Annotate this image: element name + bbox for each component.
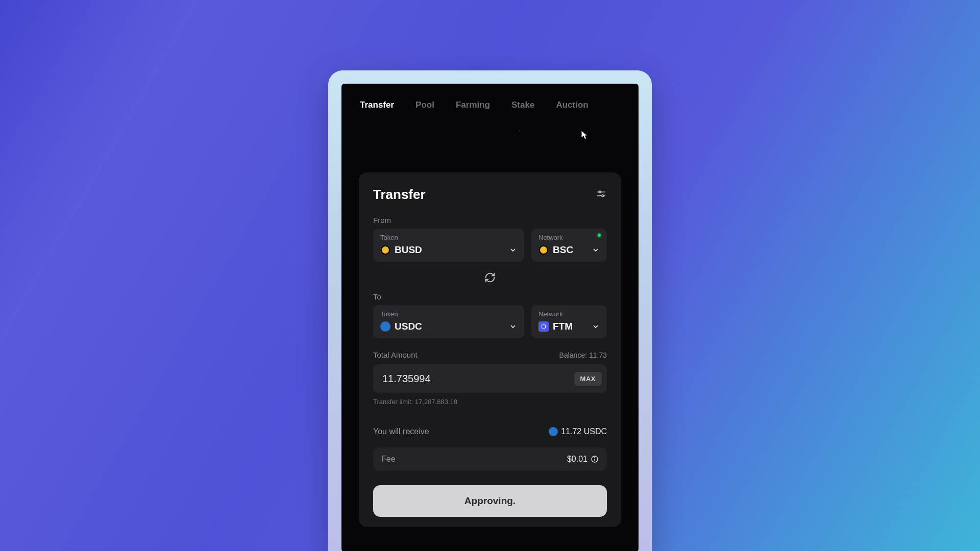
receive-row: You will receive 11.72 USDC [373,427,607,436]
amount-input[interactable] [382,373,574,385]
from-row: Token BUSD Network BSC [373,229,607,262]
svg-point-2 [599,191,601,193]
sliders-icon [596,188,607,199]
busd-icon [380,245,390,255]
to-row: Token USDC Network FTM [373,305,607,338]
card-header: Transfer [373,187,607,203]
swap-row [373,272,607,285]
svg-point-3 [602,194,604,196]
token-label: Token [380,310,517,318]
to-token-selector[interactable]: Token USDC [373,305,524,338]
to-token-value: USDC [395,321,422,332]
chevron-down-icon [592,246,600,254]
from-network-selector[interactable]: Network BSC [531,229,607,262]
usdc-icon [549,427,558,436]
app-screen: Transfer Pool Farming Stake Auction Tran… [341,84,639,551]
amount-label: Total Amount [373,350,418,359]
info-icon[interactable] [591,455,599,463]
amount-header: Total Amount Balance: 11.73 [373,350,607,359]
settings-button[interactable] [596,188,607,202]
receive-value: 11.72 USDC [561,427,607,436]
from-token-value: BUSD [395,244,422,256]
fee-row: Fee $0.01 [373,447,607,471]
chevron-down-icon [592,322,600,331]
tab-auction[interactable]: Auction [556,100,588,110]
to-network-value: FTM [553,321,573,332]
amount-box: MAX [373,364,607,393]
balance-label: Balance: 11.73 [559,351,607,359]
swap-icon [484,272,496,283]
bsc-icon [538,245,549,255]
device-frame: Transfer Pool Farming Stake Auction Tran… [328,70,652,551]
approve-button[interactable]: Approving. [373,485,607,517]
fee-value: $0.01 [567,455,587,464]
to-network-selector[interactable]: Network FTM [531,305,607,338]
nav-tabs: Transfer Pool Farming Stake Auction [341,84,639,127]
chevron-down-icon [509,322,517,331]
tab-transfer[interactable]: Transfer [360,100,394,110]
from-label: From [373,216,607,224]
transfer-card: Transfer From Token BUSD [359,172,621,527]
tab-stake[interactable]: Stake [511,100,534,110]
transfer-limit: Transfer limit: 17,287,883.18 [373,398,607,406]
network-label: Network [538,234,600,241]
tab-farming[interactable]: Farming [456,100,490,110]
max-button[interactable]: MAX [574,372,602,386]
card-title: Transfer [373,187,426,203]
from-token-selector[interactable]: Token BUSD [373,229,524,262]
fee-label: Fee [381,455,396,464]
ftm-icon [538,321,549,332]
tab-pool[interactable]: Pool [415,100,434,110]
receive-label: You will receive [373,427,429,436]
to-label: To [373,292,607,301]
usdc-icon [380,321,390,332]
status-dot-icon [598,234,601,237]
chevron-down-icon [509,246,517,254]
from-network-value: BSC [553,244,573,256]
network-label: Network [538,310,600,318]
swap-button[interactable] [484,272,496,285]
token-label: Token [380,234,517,241]
svg-point-6 [595,458,595,458]
